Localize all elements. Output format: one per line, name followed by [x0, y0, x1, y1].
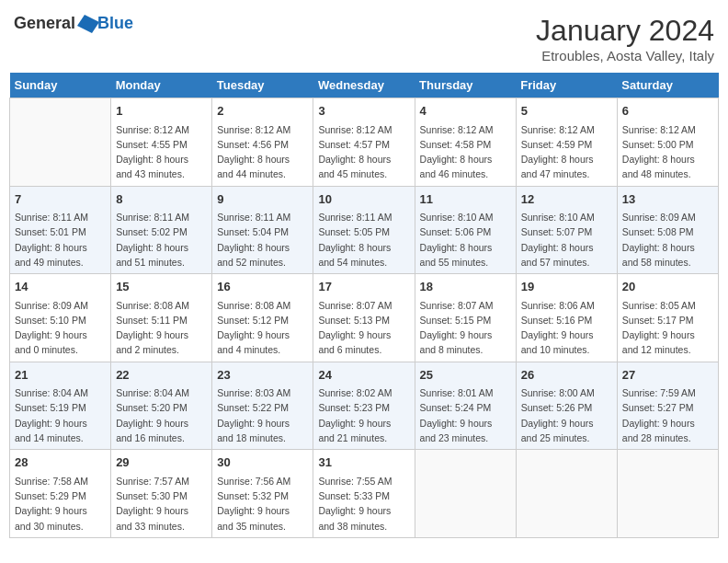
day-info: Sunrise: 8:07 AMSunset: 5:15 PMDaylight:… [420, 298, 511, 358]
calendar-cell: 29Sunrise: 7:57 AMSunset: 5:30 PMDayligh… [111, 450, 212, 538]
calendar-cell: 10Sunrise: 8:11 AMSunset: 5:05 PMDayligh… [313, 186, 415, 274]
calendar-cell [10, 98, 111, 187]
weekday-header-row: SundayMondayTuesdayWednesdayThursdayFrid… [10, 73, 719, 98]
day-info: Sunrise: 8:10 AMSunset: 5:06 PMDaylight:… [420, 210, 511, 270]
calendar-cell [415, 450, 516, 538]
weekday-header: Wednesday [313, 73, 415, 98]
logo: General Blue [14, 14, 133, 33]
day-info: Sunrise: 8:06 AMSunset: 5:16 PMDaylight:… [521, 298, 612, 358]
day-info: Sunrise: 8:12 AMSunset: 5:00 PMDaylight:… [622, 122, 713, 182]
day-info: Sunrise: 8:11 AMSunset: 5:01 PMDaylight:… [15, 210, 106, 270]
calendar-cell: 17Sunrise: 8:07 AMSunset: 5:13 PMDayligh… [313, 274, 415, 362]
day-number: 3 [318, 102, 409, 121]
day-number: 27 [622, 366, 713, 385]
day-number: 22 [116, 366, 207, 385]
calendar-cell: 21Sunrise: 8:04 AMSunset: 5:19 PMDayligh… [10, 362, 111, 450]
calendar-cell: 23Sunrise: 8:03 AMSunset: 5:22 PMDayligh… [212, 362, 313, 450]
day-info: Sunrise: 7:59 AMSunset: 5:27 PMDaylight:… [622, 385, 713, 445]
day-info: Sunrise: 8:12 AMSunset: 4:57 PMDaylight:… [318, 122, 409, 182]
day-number: 1 [116, 102, 207, 121]
calendar-cell: 16Sunrise: 8:08 AMSunset: 5:12 PMDayligh… [212, 274, 313, 362]
day-info: Sunrise: 8:02 AMSunset: 5:23 PMDaylight:… [318, 385, 409, 445]
calendar-cell: 14Sunrise: 8:09 AMSunset: 5:10 PMDayligh… [10, 274, 111, 362]
day-number: 16 [217, 278, 308, 296]
day-info: Sunrise: 8:11 AMSunset: 5:02 PMDaylight:… [116, 210, 207, 270]
day-info: Sunrise: 7:55 AMSunset: 5:33 PMDaylight:… [318, 474, 409, 534]
calendar-cell: 1Sunrise: 8:12 AMSunset: 4:55 PMDaylight… [111, 98, 212, 187]
calendar-week-row: 14Sunrise: 8:09 AMSunset: 5:10 PMDayligh… [10, 274, 719, 362]
day-number: 6 [622, 102, 713, 121]
day-info: Sunrise: 8:11 AMSunset: 5:04 PMDaylight:… [217, 210, 308, 270]
calendar-week-row: 28Sunrise: 7:58 AMSunset: 5:29 PMDayligh… [10, 450, 719, 538]
day-number: 15 [116, 278, 207, 296]
calendar-cell: 9Sunrise: 8:11 AMSunset: 5:04 PMDaylight… [212, 186, 313, 274]
svg-marker-0 [77, 15, 99, 33]
day-number: 26 [521, 366, 612, 385]
calendar-cell [617, 450, 718, 538]
calendar-week-row: 1Sunrise: 8:12 AMSunset: 4:55 PMDaylight… [10, 98, 719, 187]
calendar-cell: 30Sunrise: 7:56 AMSunset: 5:32 PMDayligh… [212, 450, 313, 538]
day-info: Sunrise: 8:10 AMSunset: 5:07 PMDaylight:… [521, 210, 612, 270]
day-number: 21 [15, 366, 106, 385]
calendar-cell: 24Sunrise: 8:02 AMSunset: 5:23 PMDayligh… [313, 362, 415, 450]
weekday-header: Monday [111, 73, 212, 98]
day-number: 14 [15, 278, 106, 296]
calendar-cell: 8Sunrise: 8:11 AMSunset: 5:02 PMDaylight… [111, 186, 212, 274]
logo-text-blue: Blue [97, 14, 133, 33]
day-info: Sunrise: 8:04 AMSunset: 5:19 PMDaylight:… [15, 385, 106, 445]
day-info: Sunrise: 8:03 AMSunset: 5:22 PMDaylight:… [217, 385, 308, 445]
day-number: 11 [420, 190, 511, 209]
day-number: 9 [217, 190, 308, 209]
day-number: 4 [420, 102, 511, 121]
day-number: 18 [420, 278, 511, 296]
calendar-cell: 28Sunrise: 7:58 AMSunset: 5:29 PMDayligh… [10, 450, 111, 538]
calendar-cell: 5Sunrise: 8:12 AMSunset: 4:59 PMDaylight… [516, 98, 617, 187]
calendar-cell: 15Sunrise: 8:08 AMSunset: 5:11 PMDayligh… [111, 274, 212, 362]
calendar-header: SundayMondayTuesdayWednesdayThursdayFrid… [10, 73, 719, 98]
day-info: Sunrise: 8:08 AMSunset: 5:11 PMDaylight:… [116, 298, 207, 358]
header: General Blue January 2024 Etroubles, Aos… [9, 9, 719, 63]
calendar-cell: 2Sunrise: 8:12 AMSunset: 4:56 PMDaylight… [212, 98, 313, 187]
calendar-cell: 3Sunrise: 8:12 AMSunset: 4:57 PMDaylight… [313, 98, 415, 187]
title-area: January 2024 Etroubles, Aosta Valley, It… [536, 14, 714, 63]
day-number: 8 [116, 190, 207, 209]
calendar-cell: 13Sunrise: 8:09 AMSunset: 5:08 PMDayligh… [617, 186, 718, 274]
logo-icon [77, 15, 99, 33]
day-info: Sunrise: 7:58 AMSunset: 5:29 PMDaylight:… [15, 474, 106, 534]
day-number: 24 [318, 366, 409, 385]
weekday-header: Saturday [617, 73, 718, 98]
weekday-header: Friday [516, 73, 617, 98]
weekday-header: Tuesday [212, 73, 313, 98]
calendar-table: SundayMondayTuesdayWednesdayThursdayFrid… [9, 73, 719, 538]
calendar-cell: 20Sunrise: 8:05 AMSunset: 5:17 PMDayligh… [617, 274, 718, 362]
day-info: Sunrise: 8:12 AMSunset: 4:58 PMDaylight:… [420, 122, 511, 182]
calendar-cell: 4Sunrise: 8:12 AMSunset: 4:58 PMDaylight… [415, 98, 516, 187]
day-info: Sunrise: 8:01 AMSunset: 5:24 PMDaylight:… [420, 385, 511, 445]
day-number: 30 [217, 454, 308, 472]
calendar-cell: 19Sunrise: 8:06 AMSunset: 5:16 PMDayligh… [516, 274, 617, 362]
day-number: 28 [15, 454, 106, 472]
day-number: 5 [521, 102, 612, 121]
calendar-cell [516, 450, 617, 538]
day-info: Sunrise: 8:05 AMSunset: 5:17 PMDaylight:… [622, 298, 713, 358]
day-number: 20 [622, 278, 713, 296]
calendar-cell: 18Sunrise: 8:07 AMSunset: 5:15 PMDayligh… [415, 274, 516, 362]
day-info: Sunrise: 7:56 AMSunset: 5:32 PMDaylight:… [217, 474, 308, 534]
calendar-week-row: 21Sunrise: 8:04 AMSunset: 5:19 PMDayligh… [10, 362, 719, 450]
day-number: 17 [318, 278, 409, 296]
calendar-body: 1Sunrise: 8:12 AMSunset: 4:55 PMDaylight… [10, 98, 719, 538]
calendar-cell: 12Sunrise: 8:10 AMSunset: 5:07 PMDayligh… [516, 186, 617, 274]
calendar-cell: 31Sunrise: 7:55 AMSunset: 5:33 PMDayligh… [313, 450, 415, 538]
day-number: 25 [420, 366, 511, 385]
calendar-cell: 25Sunrise: 8:01 AMSunset: 5:24 PMDayligh… [415, 362, 516, 450]
day-info: Sunrise: 8:09 AMSunset: 5:08 PMDaylight:… [622, 210, 713, 270]
calendar-cell: 7Sunrise: 8:11 AMSunset: 5:01 PMDaylight… [10, 186, 111, 274]
day-info: Sunrise: 8:08 AMSunset: 5:12 PMDaylight:… [217, 298, 308, 358]
day-number: 12 [521, 190, 612, 209]
day-info: Sunrise: 8:11 AMSunset: 5:05 PMDaylight:… [318, 210, 409, 270]
day-number: 19 [521, 278, 612, 296]
month-title: January 2024 [536, 14, 714, 48]
day-number: 10 [318, 190, 409, 209]
day-info: Sunrise: 8:12 AMSunset: 4:56 PMDaylight:… [217, 122, 308, 182]
day-info: Sunrise: 8:00 AMSunset: 5:26 PMDaylight:… [521, 385, 612, 445]
